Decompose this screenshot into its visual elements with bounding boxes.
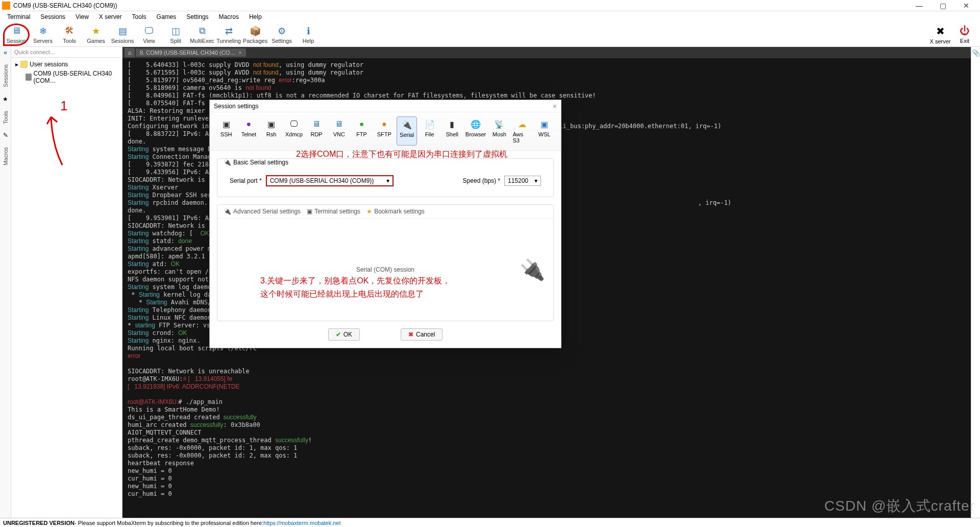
menu-x-server[interactable]: X server [95, 12, 126, 21]
proto-mosh[interactable]: 📡Mosh [489, 116, 509, 146]
menu-sessions[interactable]: Sessions [36, 12, 69, 21]
status-prefix: UNREGISTERED VERSION [3, 520, 75, 526]
check-icon: ✔ [336, 331, 341, 338]
tab-bookmark-settings[interactable]: ★Bookmark settings [366, 208, 425, 215]
dialog-close-button[interactable]: × [553, 102, 557, 110]
toolbar-servers-button[interactable]: ❄Servers [30, 23, 56, 46]
dialog-title: Session settings [214, 103, 258, 110]
tools-icon: 🛠 [64, 26, 75, 37]
proto-ftp[interactable]: ●FTP [351, 116, 372, 146]
speed-combo[interactable]: 115200 ▾ [504, 176, 541, 186]
close-icon[interactable]: × [238, 50, 241, 56]
toolbar-settings-button[interactable]: ⚙Settings [268, 23, 295, 46]
maximize-button[interactable]: ▢ [931, 0, 954, 11]
minimize-button[interactable]: — [908, 0, 931, 11]
collapse-icon[interactable]: « [4, 49, 7, 56]
menu-games[interactable]: Games [153, 12, 181, 21]
proto-sftp[interactable]: ●SFTP [374, 116, 395, 146]
browser-icon: 🌐 [470, 118, 481, 130]
sidebar: Quick connect… ▸ User sessions COM9 (USB… [11, 47, 122, 518]
proto-rdp[interactable]: 🖥RDP [306, 116, 327, 146]
toolbar-x-server-button[interactable]: ✖X server [928, 23, 952, 46]
split-icon: ◫ [170, 26, 181, 37]
multiexec-icon: ⧉ [197, 26, 208, 37]
rsh-icon: ▣ [266, 118, 277, 130]
terminal-tab-active[interactable]: 8. COM9 (USB-SERIAL CH340 (CO… × [136, 49, 246, 57]
proto-shell[interactable]: ▮Shell [442, 116, 462, 146]
proto-xdmcp[interactable]: 🖵Xdmcp [284, 116, 304, 146]
tree-session-item[interactable]: COM9 (USB-SERIAL CH340 (COM… [13, 69, 120, 85]
terminal-icon: ▣ [307, 208, 312, 215]
status-text: - Please support MobaXterm by subscribin… [75, 520, 263, 526]
servers-icon: ❄ [37, 26, 48, 37]
proto-browser[interactable]: 🌐Browser [464, 116, 487, 146]
packages-icon: 📦 [250, 26, 261, 37]
proto-serial[interactable]: 🔌Serial [397, 116, 418, 146]
basic-serial-group: 🔌 Basic Serial settings Serial port * CO… [217, 158, 554, 197]
menu-bar: TerminalSessionsViewX serverToolsGamesSe… [0, 11, 980, 22]
vtab-tools[interactable]: Tools [2, 108, 10, 127]
toolbar-exit-button[interactable]: ⏻Exit [952, 23, 977, 46]
serial-port-value: COM9 (USB-SERIAL CH340 (COM9)) [270, 177, 374, 184]
quick-connect[interactable]: Quick connect… [11, 47, 122, 58]
toolbar-view-button[interactable]: 🖵View [136, 23, 162, 46]
chevron-down-icon: ▾ [386, 177, 389, 184]
proto-file[interactable]: 📄File [419, 116, 439, 146]
cancel-button[interactable]: ✖Cancel [401, 328, 443, 341]
proto-ssh[interactable]: ▣SSH [216, 116, 236, 146]
speed-value: 115200 [508, 177, 528, 184]
tab-terminal-settings[interactable]: ▣Terminal settings [307, 208, 360, 215]
tree-session-label: COM9 (USB-SERIAL CH340 (COM… [34, 70, 118, 84]
right-gutter: 📎 [971, 47, 980, 518]
tunneling-icon: ⇄ [223, 26, 234, 37]
exit-icon: ⏻ [960, 25, 970, 37]
vtab-macros[interactable]: Macros [2, 144, 10, 169]
toolbar-session-button[interactable]: 🖥Session [3, 23, 30, 46]
menu-view[interactable]: View [71, 12, 93, 21]
rdp-icon: 🖥 [311, 118, 322, 130]
ok-button[interactable]: ✔OK [328, 328, 360, 341]
status-link[interactable]: https://mobaxterm.mobatek.net [263, 520, 341, 526]
vnc-icon: 🖥 [333, 118, 345, 130]
toolbar-multiexec-button[interactable]: ⧉MultiExec [189, 23, 215, 46]
aws-s3-icon: ☁ [517, 118, 528, 130]
settings-icon: ⚙ [276, 26, 287, 37]
status-bar: UNREGISTERED VERSION - Please support Mo… [0, 518, 980, 527]
games-icon: ★ [90, 26, 102, 37]
app-icon [2, 2, 10, 10]
shell-icon: ▮ [447, 118, 458, 130]
proto-rsh[interactable]: ▣Rsh [261, 116, 281, 146]
proto-wsl[interactable]: ▣WSL [534, 116, 555, 146]
terminal-tabs: ⌂ 8. COM9 (USB-SERIAL CH340 (CO… × [122, 47, 980, 58]
proto-aws-s3[interactable]: ☁Aws S3 [511, 116, 532, 146]
mosh-icon: 📡 [494, 118, 505, 130]
toolbar-tunneling-button[interactable]: ⇄Tunneling [215, 23, 242, 46]
session-type-label: Serial (COM) session [356, 266, 414, 273]
serial-icon: 🔌 [401, 119, 412, 130]
menu-help[interactable]: Help [245, 12, 266, 21]
tree-root[interactable]: ▸ User sessions [13, 60, 120, 69]
terminal-home-tab[interactable]: ⌂ [125, 48, 135, 57]
toolbar-games-button[interactable]: ★Games [83, 23, 109, 46]
menu-tools[interactable]: Tools [128, 12, 151, 21]
menu-macros[interactable]: Macros [215, 12, 243, 21]
toolbar-packages-button[interactable]: 📦Packages [242, 23, 268, 46]
plug-icon: 🔌 [224, 208, 231, 215]
toolbar-tools-button[interactable]: 🛠Tools [56, 23, 83, 46]
toolbar-split-button[interactable]: ◫Split [162, 23, 189, 46]
close-button[interactable]: ✕ [954, 0, 978, 11]
serial-port-combo[interactable]: COM9 (USB-SERIAL CH340 (COM9)) ▾ [266, 175, 394, 186]
menu-settings[interactable]: Settings [182, 12, 212, 21]
menu-terminal[interactable]: Terminal [3, 12, 34, 21]
toolbar-sessions-button[interactable]: ▤Sessions [109, 23, 136, 46]
annotation-arrow-1 [42, 114, 67, 170]
attach-icon[interactable]: 📎 [972, 49, 980, 57]
tab-advanced-serial[interactable]: 🔌Advanced Serial settings [224, 208, 301, 215]
vtab-sessions[interactable]: Sessions [2, 61, 10, 90]
proto-vnc[interactable]: 🖥VNC [329, 116, 349, 146]
proto-telnet[interactable]: ●Telnet [238, 116, 259, 146]
folder-icon [20, 61, 28, 68]
window-title: COM9 (USB-SERIAL CH340 (COM9)) [13, 2, 908, 9]
toolbar-help-button[interactable]: ℹHelp [295, 23, 322, 46]
file-icon: 📄 [424, 118, 435, 130]
